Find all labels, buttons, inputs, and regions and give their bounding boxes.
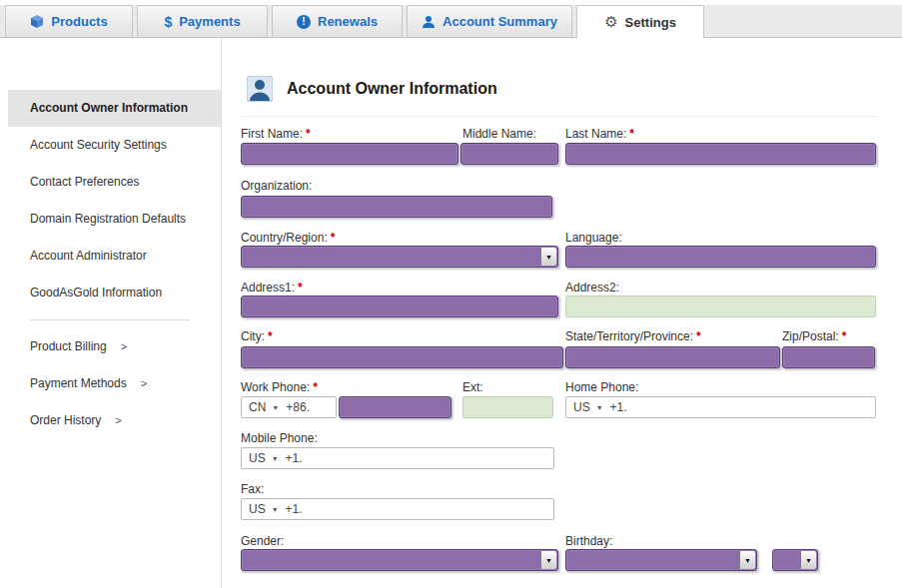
middle-name-label: Middle Name:	[462, 127, 536, 141]
organization-label: Organization:	[241, 179, 312, 193]
dropdown-arrow-button[interactable]: ▼	[800, 551, 816, 569]
sidebar-link-label: Product Billing	[30, 339, 107, 353]
work-phone-country-select[interactable]: CN ▼ +86.	[241, 396, 337, 418]
zip-input[interactable]	[782, 346, 875, 368]
main-content: Account Owner Information First Name:* M…	[223, 38, 902, 588]
tab-label: Account Summary	[443, 14, 557, 29]
birthday-month-select[interactable]: ▼	[565, 549, 757, 571]
language-label: Language:	[565, 231, 622, 245]
chevron-down-icon: ▼	[596, 404, 603, 411]
city-label: City:*	[241, 329, 273, 343]
gender-label: Gender:	[241, 534, 284, 548]
mobile-phone-label: Mobile Phone:	[241, 431, 318, 445]
settings-sidebar: Account Owner Information Account Securi…	[8, 38, 222, 588]
work-phone-label: Work Phone:*	[241, 380, 318, 394]
mobile-phone-country-code: US	[249, 451, 266, 465]
state-label: State/Territory/Province:*	[565, 329, 701, 343]
sidebar-item-account-administrator[interactable]: Account Administrator	[8, 238, 221, 275]
chevron-right-icon: >	[115, 414, 121, 426]
page-title: Account Owner Information	[287, 80, 497, 98]
middle-name-input[interactable]	[460, 143, 558, 165]
account-owner-avatar-icon	[247, 76, 273, 102]
birthday-day-select[interactable]: ▼	[772, 549, 818, 571]
tab-renewals[interactable]: ! Renewals	[272, 5, 403, 37]
sidebar-link-product-billing[interactable]: Product Billing>	[8, 328, 221, 365]
mobile-phone-input[interactable]: US ▼ +1.	[241, 447, 554, 469]
tab-label: Renewals	[318, 14, 378, 29]
address2-input[interactable]	[565, 295, 876, 317]
sidebar-link-label: Payment Methods	[30, 376, 127, 390]
home-phone-input[interactable]: US ▼ +1.	[565, 396, 876, 418]
gear-icon: ⚙	[604, 15, 617, 30]
header-divider	[241, 116, 877, 117]
tab-label: Payments	[179, 14, 240, 29]
sidebar-item-goodasgold-information[interactable]: GoodAsGold Information	[8, 275, 221, 311]
sidebar-link-order-history[interactable]: Order History>	[8, 402, 221, 439]
required-marker: *	[842, 329, 847, 343]
address1-label: Address1:*	[241, 281, 303, 294]
home-phone-label: Home Phone:	[565, 380, 638, 394]
fax-prefix: +1.	[286, 502, 303, 516]
chevron-down-icon: ▼	[272, 404, 279, 411]
home-phone-prefix: +1.	[610, 400, 627, 414]
tab-account-summary[interactable]: Account Summary	[407, 5, 572, 37]
top-tab-bar: Products $ Payments ! Renewals Account S…	[0, 5, 902, 38]
required-marker: *	[306, 127, 311, 141]
mobile-phone-prefix: +1.	[286, 451, 303, 465]
zip-label: Zip/Postal:*	[782, 329, 846, 343]
state-input[interactable]	[565, 346, 780, 368]
address2-label: Address2:	[565, 281, 619, 294]
required-marker: *	[331, 231, 336, 245]
ext-label: Ext:	[462, 380, 483, 394]
first-name-input[interactable]	[241, 143, 458, 165]
required-marker: *	[268, 329, 273, 343]
required-marker: *	[629, 127, 634, 141]
sidebar-link-payment-methods[interactable]: Payment Methods>	[8, 365, 221, 402]
country-label: Country/Region:*	[241, 231, 335, 245]
work-phone-prefix: +86.	[286, 400, 310, 414]
tab-label: Settings	[625, 15, 676, 30]
fax-input[interactable]: US ▼ +1.	[241, 498, 554, 520]
exclamation-circle-icon: !	[297, 15, 311, 29]
chevron-down-icon: ▼	[545, 254, 552, 261]
tab-products[interactable]: Products	[5, 5, 133, 37]
chevron-right-icon: >	[141, 377, 147, 389]
country-select[interactable]: ▼	[241, 246, 558, 268]
sidebar-item-account-owner-information[interactable]: Account Owner Information	[8, 90, 221, 127]
work-phone-country-code: CN	[249, 400, 266, 414]
tab-payments[interactable]: $ Payments	[137, 5, 268, 37]
sidebar-link-label: Order History	[30, 413, 101, 427]
language-input[interactable]	[565, 246, 876, 268]
dropdown-arrow-button[interactable]: ▼	[540, 551, 556, 569]
chevron-down-icon: ▼	[805, 557, 812, 564]
dollar-icon: $	[164, 14, 172, 30]
dropdown-arrow-button[interactable]: ▼	[739, 551, 755, 569]
fax-label: Fax:	[241, 482, 264, 496]
first-name-label: First Name:*	[241, 127, 311, 141]
gender-select[interactable]: ▼	[241, 549, 558, 571]
sidebar-item-contact-preferences[interactable]: Contact Preferences	[8, 164, 221, 201]
dropdown-arrow-button[interactable]: ▼	[540, 248, 556, 266]
tab-label: Products	[51, 14, 107, 29]
tab-settings[interactable]: ⚙ Settings	[576, 5, 704, 38]
page: Products $ Payments ! Renewals Account S…	[0, 0, 902, 588]
address1-input[interactable]	[241, 295, 558, 317]
required-marker: *	[696, 329, 701, 343]
organization-input[interactable]	[241, 196, 552, 218]
chevron-down-icon: ▼	[744, 557, 751, 564]
chevron-down-icon: ▼	[272, 506, 279, 513]
ext-input[interactable]	[462, 396, 553, 418]
products-box-icon	[30, 15, 44, 29]
work-phone-input[interactable]	[339, 396, 451, 418]
required-marker: *	[298, 281, 303, 294]
sidebar-item-domain-registration-defaults[interactable]: Domain Registration Defaults	[8, 201, 221, 238]
chevron-down-icon: ▼	[545, 557, 552, 564]
sidebar-divider	[30, 319, 190, 320]
last-name-label: Last Name:*	[565, 127, 634, 141]
city-input[interactable]	[241, 346, 563, 368]
required-marker: *	[313, 380, 318, 394]
home-phone-country-code: US	[573, 400, 590, 414]
sidebar-item-account-security-settings[interactable]: Account Security Settings	[8, 127, 221, 164]
birthday-label: Birthday:	[565, 534, 612, 548]
last-name-input[interactable]	[565, 143, 876, 165]
